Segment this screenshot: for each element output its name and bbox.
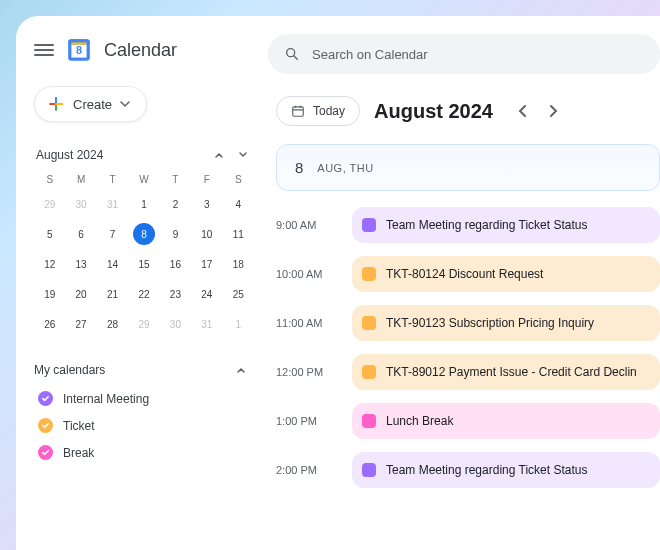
event-time: 12:00 PM	[276, 354, 338, 390]
search-icon	[284, 46, 300, 62]
event-row: 9:00 AMTeam Meeting regarding Ticket Sta…	[276, 207, 660, 243]
mini-day[interactable]: 28	[97, 313, 128, 335]
mini-day[interactable]: 26	[34, 313, 65, 335]
svg-point-5	[287, 49, 295, 57]
day-header: 8 AUG, THU	[276, 144, 660, 191]
today-label: Today	[313, 104, 345, 118]
mini-day[interactable]: 1	[128, 193, 159, 215]
mini-day[interactable]: 31	[97, 193, 128, 215]
month-title: August 2024	[374, 100, 493, 123]
event-color-dot	[362, 365, 376, 379]
main-panel: Today August 2024 8 AUG, THU 9:00 AMTeam…	[268, 16, 660, 550]
calendar-item-label: Ticket	[63, 419, 95, 433]
event-time: 2:00 PM	[276, 452, 338, 488]
mini-day[interactable]: 24	[191, 283, 222, 305]
event-card[interactable]: Team Meeting regarding Ticket Status	[352, 207, 660, 243]
mini-dow: M	[65, 174, 96, 185]
mini-day[interactable]: 20	[65, 283, 96, 305]
event-card[interactable]: Team Meeting regarding Ticket Status	[352, 452, 660, 488]
mini-dow: S	[34, 174, 65, 185]
mini-day[interactable]: 21	[97, 283, 128, 305]
mini-next-month[interactable]	[234, 146, 252, 164]
event-card[interactable]: Lunch Break	[352, 403, 660, 439]
event-title: TKT-90123 Subscription Pricing Inquiry	[386, 316, 594, 330]
calendar-item[interactable]: Ticket	[34, 418, 254, 433]
event-time: 9:00 AM	[276, 207, 338, 243]
mini-day[interactable]: 4	[223, 193, 254, 215]
mini-day[interactable]: 19	[34, 283, 65, 305]
create-label: Create	[73, 97, 112, 112]
search-input[interactable]	[312, 47, 644, 62]
mini-day[interactable]: 6	[65, 223, 96, 245]
plus-icon	[47, 95, 65, 113]
mini-day[interactable]: 29	[34, 193, 65, 215]
event-title: TKT-89012 Payment Issue - Credit Card De…	[386, 365, 637, 379]
svg-rect-6	[293, 107, 304, 116]
mini-day[interactable]: 15	[128, 253, 159, 275]
day-label: AUG, THU	[317, 162, 373, 174]
mini-day[interactable]: 5	[34, 223, 65, 245]
mini-day[interactable]: 11	[223, 223, 254, 245]
mini-day[interactable]: 25	[223, 283, 254, 305]
mini-day[interactable]: 2	[160, 193, 191, 215]
next-period[interactable]	[541, 99, 565, 123]
event-time: 11:00 AM	[276, 305, 338, 341]
mini-day[interactable]: 30	[160, 313, 191, 335]
mini-day[interactable]: 30	[65, 193, 96, 215]
sidebar: 8 Calendar Create August 2024	[16, 16, 268, 550]
mini-day[interactable]: 12	[34, 253, 65, 275]
event-color-dot	[362, 218, 376, 232]
my-calendars-title: My calendars	[34, 363, 105, 377]
event-title: TKT-80124 Discount Request	[386, 267, 543, 281]
mini-day[interactable]: 22	[128, 283, 159, 305]
chevron-up-icon[interactable]	[232, 361, 250, 379]
event-row: 10:00 AMTKT-80124 Discount Request	[276, 256, 660, 292]
mini-dow: T	[97, 174, 128, 185]
mini-day[interactable]: 31	[191, 313, 222, 335]
mini-day[interactable]: 18	[223, 253, 254, 275]
event-title: Team Meeting regarding Ticket Status	[386, 218, 587, 232]
mini-dow: W	[128, 174, 159, 185]
mini-day[interactable]: 3	[191, 193, 222, 215]
app-title: Calendar	[104, 40, 177, 61]
event-row: 2:00 PMTeam Meeting regarding Ticket Sta…	[276, 452, 660, 488]
mini-calendar-title: August 2024	[36, 148, 103, 162]
mini-day[interactable]: 27	[65, 313, 96, 335]
main-toolbar: Today August 2024	[268, 96, 660, 126]
app-window: 8 Calendar Create August 2024	[16, 16, 660, 550]
check-icon	[38, 418, 53, 433]
mini-day[interactable]: 9	[160, 223, 191, 245]
mini-day[interactable]: 29	[128, 313, 159, 335]
calendar-item[interactable]: Break	[34, 445, 254, 460]
menu-icon[interactable]	[34, 44, 54, 56]
event-card[interactable]: TKT-90123 Subscription Pricing Inquiry	[352, 305, 660, 341]
mini-day[interactable]: 17	[191, 253, 222, 275]
mini-day[interactable]: 7	[97, 223, 128, 245]
chevron-down-icon	[120, 99, 130, 109]
mini-dow: F	[191, 174, 222, 185]
mini-day[interactable]: 16	[160, 253, 191, 275]
day-number: 8	[295, 159, 303, 176]
event-card[interactable]: TKT-89012 Payment Issue - Credit Card De…	[352, 354, 660, 390]
event-card[interactable]: TKT-80124 Discount Request	[352, 256, 660, 292]
mini-day[interactable]: 23	[160, 283, 191, 305]
check-icon	[38, 391, 53, 406]
event-color-dot	[362, 316, 376, 330]
mini-day[interactable]: 1	[223, 313, 254, 335]
mini-calendar: August 2024 SMTWTFS293031123456789101112…	[34, 146, 254, 335]
calendar-icon	[291, 104, 305, 118]
mini-day[interactable]: 8	[128, 223, 159, 245]
search-bar[interactable]	[268, 34, 660, 74]
mini-prev-month[interactable]	[210, 146, 228, 164]
mini-day[interactable]: 13	[65, 253, 96, 275]
event-time: 1:00 PM	[276, 403, 338, 439]
mini-day[interactable]: 10	[191, 223, 222, 245]
calendar-item[interactable]: Internal Meeting	[34, 391, 254, 406]
create-button[interactable]: Create	[34, 86, 147, 122]
mini-day[interactable]: 14	[97, 253, 128, 275]
today-button[interactable]: Today	[276, 96, 360, 126]
prev-period[interactable]	[511, 99, 535, 123]
calendar-item-label: Internal Meeting	[63, 392, 149, 406]
calendar-item-label: Break	[63, 446, 94, 460]
event-color-dot	[362, 463, 376, 477]
